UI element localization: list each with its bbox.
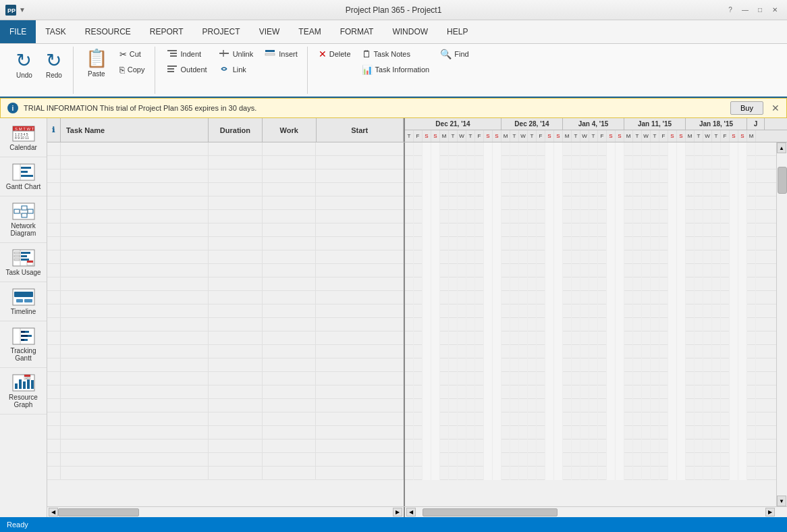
- hscroll-timeline-thumb[interactable]: [423, 508, 558, 516]
- timeline-cell: [466, 264, 475, 277]
- vscroll-thumb[interactable]: [778, 167, 787, 194]
- copy-button[interactable]: ⎘ Copy: [115, 62, 149, 77]
- sidebar-item-tracking[interactable]: Tracking Gantt: [0, 321, 47, 368]
- outdent-button[interactable]: Outdent: [162, 62, 211, 77]
- timeline-row: [405, 277, 776, 291]
- table-row[interactable]: [47, 250, 404, 264]
- table-row[interactable]: [47, 345, 404, 358]
- table-row[interactable]: [47, 237, 404, 250]
- sidebar-item-calendar[interactable]: S M T W T 1 2 3 4 5 8 9 10 11 Calendar: [0, 118, 47, 157]
- redo-button[interactable]: ↻ Redo: [40, 47, 67, 82]
- day-label: S: [668, 130, 677, 142]
- paste-button[interactable]: 📋 Paste: [80, 47, 113, 79]
- timeline-cell: [730, 156, 738, 169]
- timeline-cell: [414, 291, 423, 304]
- insert-button[interactable]: Insert: [260, 47, 302, 61]
- timeline-cell: [686, 453, 695, 467]
- timeline-cell: [493, 453, 501, 467]
- timeline-cell: [466, 183, 475, 196]
- link-button[interactable]: Link: [214, 62, 258, 77]
- table-row[interactable]: [47, 440, 404, 453]
- timeline-row: [405, 304, 776, 318]
- table-row[interactable]: [47, 142, 404, 156]
- svg-rect-45: [24, 299, 32, 302]
- buy-button[interactable]: Buy: [730, 101, 763, 115]
- table-row[interactable]: [47, 331, 404, 345]
- cut-button[interactable]: ✂ Cut: [115, 47, 149, 61]
- menu-window[interactable]: WINDOW: [383, 20, 437, 43]
- menu-help[interactable]: HELP: [437, 20, 477, 43]
- sidebar-item-taskusage[interactable]: Task Usage: [0, 243, 47, 282]
- table-row[interactable]: [47, 264, 404, 277]
- table-row[interactable]: [47, 426, 404, 440]
- table-row[interactable]: [47, 183, 404, 196]
- timeline-cell: [510, 453, 519, 467]
- vscroll-up-arrow[interactable]: ▲: [777, 142, 786, 153]
- menu-file[interactable]: FILE: [0, 20, 36, 43]
- table-row[interactable]: [47, 223, 404, 237]
- table-row[interactable]: [47, 277, 404, 291]
- hscroll-right-arrow-left[interactable]: ▶: [393, 508, 402, 516]
- day-label: T: [510, 130, 519, 142]
- timeline-cell: [537, 237, 545, 250]
- table-row[interactable]: [47, 318, 404, 331]
- help-button[interactable]: ?: [724, 4, 737, 16]
- menu-resource[interactable]: RESOURCE: [76, 20, 140, 43]
- menu-report[interactable]: REPORT: [140, 20, 193, 43]
- table-row[interactable]: [47, 372, 404, 385]
- table-row[interactable]: [47, 467, 404, 480]
- hscroll-timeline-left-arrow[interactable]: ◀: [406, 508, 416, 516]
- table-row[interactable]: [47, 385, 404, 399]
- maximize-button[interactable]: □: [753, 4, 767, 16]
- table-row[interactable]: [47, 169, 404, 183]
- table-row[interactable]: [47, 291, 404, 304]
- table-row[interactable]: [47, 196, 404, 210]
- menu-task[interactable]: TASK: [36, 20, 75, 43]
- minimize-button[interactable]: —: [738, 4, 752, 16]
- task-information-button[interactable]: 📊 Task Information: [358, 62, 434, 77]
- sidebar-item-network[interactable]: Network Diagram: [0, 196, 47, 243]
- hscroll-timeline-right-arrow[interactable]: ▶: [765, 508, 775, 516]
- timeline-cell: [563, 426, 572, 440]
- timeline-cell: [616, 156, 624, 169]
- table-row[interactable]: [47, 358, 404, 372]
- trial-close-button[interactable]: ✕: [771, 103, 780, 113]
- task-notes-button[interactable]: 🗒 Task Notes: [358, 47, 434, 61]
- timeline-cell: [414, 142, 423, 156]
- hscroll-left-thumb[interactable]: [58, 508, 139, 516]
- delete-button[interactable]: ✕ Delete: [315, 47, 355, 61]
- timeline-cell: [423, 372, 431, 385]
- table-row[interactable]: [47, 413, 404, 426]
- find-button[interactable]: 🔍 Find: [436, 47, 472, 61]
- timeline-cell: [484, 169, 493, 183]
- undo-button[interactable]: ↺ Undo: [11, 47, 38, 82]
- vscroll-down-arrow[interactable]: ▼: [777, 496, 786, 506]
- close-button[interactable]: ✕: [768, 4, 782, 16]
- sidebar-item-gantt[interactable]: Gantt Chart: [0, 157, 47, 196]
- timeline-cell: [659, 264, 668, 277]
- hscroll-left-arrow[interactable]: ◀: [49, 508, 58, 516]
- vertical-scrollbar[interactable]: ▲ ▼: [776, 142, 787, 506]
- unlink-button[interactable]: Unlink: [214, 47, 258, 61]
- timeline-cell: [616, 413, 624, 426]
- menu-view[interactable]: VIEW: [250, 20, 290, 43]
- table-row[interactable]: [47, 304, 404, 318]
- menu-team[interactable]: TEAM: [289, 20, 330, 43]
- menu-format[interactable]: FORMAT: [331, 20, 383, 43]
- title-bar-menu-icon[interactable]: ▼: [19, 6, 26, 14]
- cell-info: [47, 250, 61, 263]
- timeline-cell: [528, 358, 537, 372]
- timeline-cell: [747, 413, 756, 426]
- timeline-cell: [712, 358, 721, 372]
- table-row[interactable]: [47, 399, 404, 413]
- sidebar-item-resourcegraph[interactable]: 123 Resource Graph: [0, 368, 47, 415]
- menu-project[interactable]: PROJECT: [193, 20, 250, 43]
- timeline-cell: [730, 223, 738, 237]
- sidebar-item-timeline[interactable]: Timeline: [0, 282, 47, 321]
- timeline-cell: [633, 304, 642, 318]
- table-row[interactable]: [47, 210, 404, 223]
- table-row[interactable]: [47, 453, 404, 467]
- table-row[interactable]: [47, 156, 404, 169]
- timeline-cell: [642, 156, 651, 169]
- indent-button[interactable]: Indent: [162, 47, 211, 61]
